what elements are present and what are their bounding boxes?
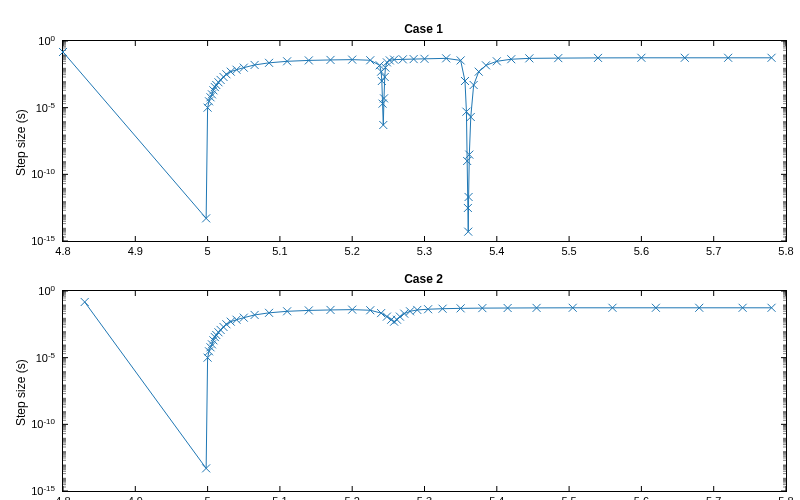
data-marker [222,70,230,78]
x-tick-label: 5.4 [489,245,504,257]
data-marker [390,318,398,326]
x-tick-label: 5.5 [561,495,576,500]
data-marker [475,68,483,76]
x-tick-label: 4.8 [55,245,70,257]
x-tick-label: 5.4 [489,495,504,500]
plot-area-2: 4.84.955.15.25.35.45.55.65.75.810-1510-1… [62,290,787,492]
x-tick-label: 4.9 [128,495,143,500]
y-tick-label: 10-10 [31,167,55,181]
chart-title-2: Case 2 [62,272,785,286]
chart-title-1: Case 1 [62,22,785,36]
y-tick-label: 100 [38,34,55,48]
data-marker [240,314,248,322]
x-tick-label: 5 [205,495,211,500]
x-tick-label: 4.8 [55,495,70,500]
x-tick-label: 4.9 [128,245,143,257]
x-tick-label: 5.2 [345,245,360,257]
x-tick-label: 5.6 [634,245,649,257]
data-line [85,302,772,468]
x-tick-label: 5.3 [417,495,432,500]
data-marker [383,58,391,66]
y-tick-label: 10-5 [36,350,56,364]
y-tick-label: 10-5 [36,100,56,114]
y-tick-label: 10-10 [31,417,55,431]
x-tick-label: 5.6 [634,495,649,500]
x-tick-label: 5.8 [778,245,793,257]
y-tick-label: 100 [38,284,55,298]
data-marker [482,61,490,69]
x-tick-label: 5.3 [417,245,432,257]
x-tick-label: 5.2 [345,495,360,500]
data-marker [240,64,248,72]
y-axis-label-2: Step size (s) [14,359,28,426]
x-tick-label: 5.5 [561,245,576,257]
x-tick-label: 5.1 [272,245,287,257]
data-marker [233,66,241,74]
data-marker [233,316,241,324]
y-tick-label: 10-15 [31,234,55,248]
data-marker [227,68,235,76]
figure: Case 1Step size (s)4.84.955.15.25.35.45.… [0,0,800,500]
y-axis-label-1: Step size (s) [14,109,28,176]
data-marker [227,318,235,326]
x-tick-label: 5 [205,245,211,257]
x-tick-label: 5.8 [778,495,793,500]
x-tick-label: 5.1 [272,495,287,500]
data-marker [222,320,230,328]
data-marker [396,313,404,321]
data-marker [81,298,89,306]
data-line [63,52,772,232]
x-tick-label: 5.7 [706,245,721,257]
plot-area-1: 4.84.955.15.25.35.45.55.65.75.810-1510-1… [62,40,787,242]
x-tick-label: 5.7 [706,495,721,500]
y-tick-label: 10-15 [31,484,55,498]
